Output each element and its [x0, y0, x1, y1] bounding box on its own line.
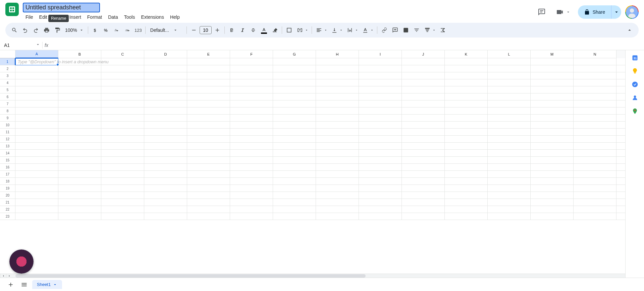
column-header[interactable]: C — [101, 50, 144, 58]
cell[interactable] — [316, 199, 359, 206]
cell[interactable] — [273, 206, 316, 213]
cell[interactable] — [574, 164, 616, 171]
cell[interactable] — [616, 213, 625, 220]
cell[interactable] — [531, 206, 574, 213]
cell[interactable] — [187, 199, 230, 206]
cell[interactable] — [616, 72, 625, 79]
cell[interactable] — [230, 164, 273, 171]
cell[interactable] — [359, 122, 402, 129]
cell[interactable] — [144, 107, 187, 115]
row-header[interactable]: 18 — [0, 178, 15, 185]
cell[interactable] — [359, 58, 402, 65]
cell[interactable] — [488, 86, 531, 93]
cell[interactable] — [316, 164, 359, 171]
column-header[interactable]: F — [230, 50, 273, 58]
cell[interactable] — [58, 58, 101, 65]
undo-button[interactable] — [20, 25, 30, 35]
column-header[interactable]: A — [15, 50, 58, 58]
cell[interactable] — [58, 107, 101, 115]
row-header[interactable]: 11 — [0, 129, 15, 136]
cell[interactable] — [101, 185, 144, 192]
cell[interactable] — [316, 72, 359, 79]
cell[interactable] — [187, 129, 230, 136]
cell[interactable] — [15, 143, 58, 150]
recording-indicator[interactable] — [9, 249, 34, 274]
comment-history-icon[interactable] — [535, 5, 548, 19]
cell[interactable] — [445, 100, 488, 107]
cell[interactable] — [531, 100, 574, 107]
share-button[interactable]: Share — [578, 5, 611, 19]
cell[interactable] — [574, 86, 616, 93]
menu-insert[interactable]: Insert — [67, 13, 84, 21]
row-header[interactable]: 20 — [0, 192, 15, 199]
cell[interactable] — [445, 213, 488, 220]
cell[interactable] — [101, 143, 144, 150]
cell[interactable] — [616, 86, 625, 93]
column-header[interactable]: G — [273, 50, 316, 58]
cell[interactable] — [144, 86, 187, 93]
cell[interactable] — [359, 107, 402, 115]
cell[interactable] — [230, 86, 273, 93]
column-header[interactable]: E — [187, 50, 230, 58]
cell[interactable] — [15, 199, 58, 206]
cell[interactable] — [574, 171, 616, 178]
row-header[interactable]: 21 — [0, 199, 15, 206]
cell[interactable] — [144, 115, 187, 122]
cell[interactable] — [187, 100, 230, 107]
cell[interactable] — [402, 157, 445, 164]
cell[interactable] — [273, 136, 316, 143]
cell[interactable] — [445, 143, 488, 150]
cell[interactable] — [101, 100, 144, 107]
cell[interactable] — [531, 93, 574, 100]
cell[interactable] — [488, 58, 531, 65]
cell[interactable] — [359, 150, 402, 157]
cell[interactable] — [58, 100, 101, 107]
cell[interactable] — [15, 185, 58, 192]
cell[interactable] — [230, 136, 273, 143]
cell[interactable] — [402, 143, 445, 150]
row-header[interactable]: 7 — [0, 100, 15, 107]
cell[interactable] — [144, 72, 187, 79]
cell[interactable] — [316, 122, 359, 129]
row-header[interactable]: 8 — [0, 107, 15, 115]
cell[interactable] — [15, 192, 58, 199]
cell[interactable] — [316, 93, 359, 100]
cell[interactable] — [144, 185, 187, 192]
cell[interactable] — [144, 171, 187, 178]
cell[interactable] — [101, 115, 144, 122]
cell[interactable] — [445, 72, 488, 79]
cell[interactable] — [445, 86, 488, 93]
cell[interactable] — [273, 115, 316, 122]
cell[interactable] — [359, 129, 402, 136]
sheet-tab[interactable]: Sheet1 — [32, 280, 62, 289]
cell[interactable] — [616, 192, 625, 199]
row-header[interactable]: 12 — [0, 136, 15, 143]
cell[interactable] — [101, 86, 144, 93]
cell[interactable] — [15, 171, 58, 178]
row-header[interactable]: 13 — [0, 143, 15, 150]
cell[interactable] — [15, 115, 58, 122]
calendar-sidepanel-icon[interactable]: 31 — [632, 54, 638, 61]
cell[interactable] — [616, 143, 625, 150]
name-box[interactable]: A1 — [2, 41, 36, 49]
cell[interactable] — [488, 122, 531, 129]
cell[interactable] — [488, 65, 531, 72]
cell[interactable] — [230, 178, 273, 185]
cell[interactable] — [402, 72, 445, 79]
insert-link-button[interactable] — [379, 25, 389, 35]
cell[interactable] — [273, 100, 316, 107]
zoom-select[interactable]: 100% — [63, 27, 86, 33]
filter-views-button[interactable] — [422, 25, 437, 35]
cell[interactable] — [359, 171, 402, 178]
cell[interactable] — [445, 65, 488, 72]
cell[interactable] — [230, 171, 273, 178]
cell[interactable] — [402, 178, 445, 185]
font-size-input[interactable] — [200, 26, 212, 34]
cell[interactable] — [230, 157, 273, 164]
insert-chart-button[interactable] — [401, 25, 411, 35]
cell[interactable] — [273, 86, 316, 93]
cell[interactable] — [316, 86, 359, 93]
cell[interactable] — [230, 122, 273, 129]
row-header[interactable]: 9 — [0, 115, 15, 122]
redo-button[interactable] — [31, 25, 41, 35]
